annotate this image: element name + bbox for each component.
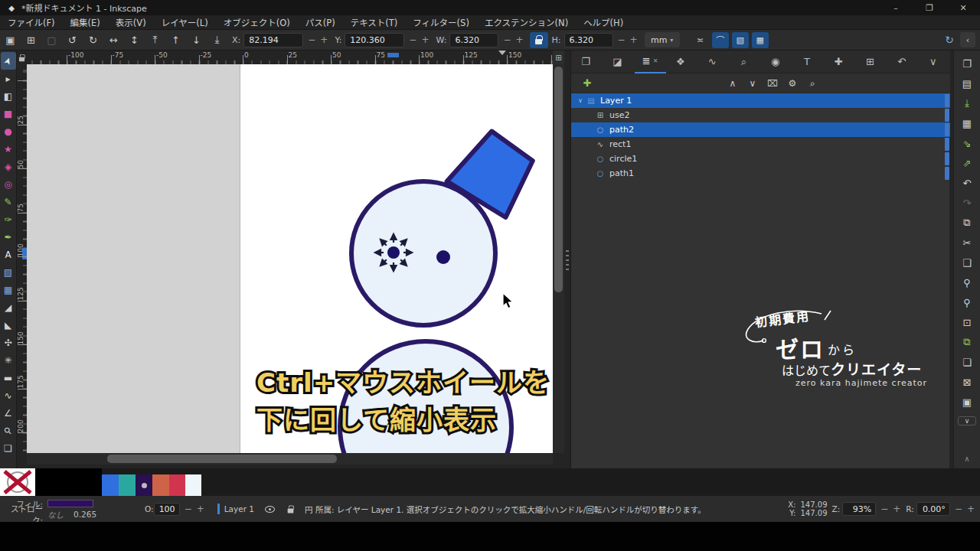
- layer-settings-button[interactable]: ⚙: [782, 75, 802, 92]
- close-icon[interactable]: ✕: [653, 57, 658, 64]
- tab-fill-stroke[interactable]: ◪: [603, 51, 634, 73]
- menu-item[interactable]: ファイル(F): [0, 15, 63, 29]
- spiral-tool[interactable]: ◎: [1, 175, 16, 193]
- layer-row-rect1[interactable]: ∿ rect1: [571, 137, 950, 152]
- shape-builder-tool[interactable]: ◧: [1, 87, 16, 105]
- layer-search-button[interactable]: ⌕: [802, 75, 822, 92]
- swatch-none[interactable]: [0, 468, 35, 496]
- horizontal-ruler[interactable]: -100-75-50-250255075100125150: [27, 51, 553, 64]
- cut-button[interactable]: ✂: [958, 233, 976, 253]
- unlink-clone-button[interactable]: ⊠: [958, 372, 976, 392]
- x-increment[interactable]: +: [318, 34, 330, 45]
- rotate-cw-button[interactable]: ↻: [83, 31, 103, 49]
- redo-button[interactable]: ↷: [958, 193, 976, 213]
- duplicate-button[interactable]: ⧉: [958, 332, 976, 352]
- swatch-orange[interactable]: [152, 474, 169, 496]
- opacity-decrement[interactable]: −: [182, 504, 194, 514]
- pages-tool[interactable]: ❏: [1, 439, 16, 457]
- width-input[interactable]: 6.320: [449, 33, 498, 47]
- spray-tool[interactable]: ✳: [1, 351, 16, 369]
- vertical-scrollbar[interactable]: [553, 64, 564, 453]
- zoom-increment[interactable]: +: [890, 504, 903, 514]
- print-button[interactable]: ▦: [958, 113, 976, 133]
- tab-extensions[interactable]: ✚: [824, 51, 855, 73]
- create-clone-button[interactable]: ❏: [958, 352, 976, 372]
- ellipse-tool[interactable]: ●: [1, 122, 16, 140]
- swatch-black-1[interactable]: [35, 468, 67, 496]
- gradient-tool[interactable]: ▧: [1, 263, 16, 281]
- layer-highlight-tag[interactable]: [945, 152, 949, 165]
- scale-corners-toggle[interactable]: ⌒: [712, 32, 729, 48]
- y-increment[interactable]: +: [419, 34, 431, 45]
- reset-values-button[interactable]: ↻: [945, 34, 954, 46]
- menu-item[interactable]: ヘルプ(H): [576, 15, 631, 29]
- flip-horizontal-button[interactable]: ↔: [103, 31, 124, 49]
- undo-button[interactable]: ↶: [958, 173, 976, 193]
- layer-lock-toggle[interactable]: [288, 508, 294, 513]
- export-button[interactable]: ⇗: [958, 153, 976, 173]
- save-document-button[interactable]: ⤓: [958, 93, 976, 113]
- expand-chevron-icon[interactable]: ∨: [576, 97, 585, 104]
- height-decrement[interactable]: −: [616, 34, 628, 45]
- layer-highlight-tag[interactable]: [945, 138, 949, 151]
- layer-row-path1[interactable]: ○ path1: [571, 166, 950, 181]
- selector-tool[interactable]: ➤: [1, 52, 16, 70]
- rectangle-tool[interactable]: ■: [1, 105, 16, 122]
- opacity-increment[interactable]: +: [194, 504, 207, 514]
- text-tool[interactable]: A: [1, 246, 16, 263]
- menu-item[interactable]: フィルター(S): [405, 15, 477, 29]
- layer-delete-button[interactable]: ⌧: [763, 75, 782, 92]
- tweak-tool[interactable]: ✣: [1, 334, 16, 351]
- menu-item[interactable]: エクステンション(N): [477, 15, 576, 29]
- calligraphy-tool[interactable]: ✒: [1, 228, 16, 246]
- scrollbar-thumb[interactable]: [554, 67, 563, 292]
- fill-color-swatch[interactable]: [47, 500, 93, 507]
- tab-align[interactable]: ⊞: [855, 51, 887, 73]
- dropper-tool[interactable]: ◢: [1, 298, 16, 316]
- zoom-page-button[interactable]: ⊡: [958, 312, 976, 332]
- import-button[interactable]: ⇘: [958, 133, 976, 153]
- canvas[interactable]: Ctrl+マウスホイールを下に回して縮小表示: [27, 64, 553, 453]
- snowman-left-eye[interactable]: [387, 246, 400, 259]
- copy-button[interactable]: ⧉: [958, 213, 976, 233]
- menu-item[interactable]: テキスト(T): [343, 15, 406, 29]
- swatch-black-2[interactable]: [67, 468, 102, 496]
- layer-visibility-toggle[interactable]: [265, 506, 275, 513]
- zoom-selection-button[interactable]: ⚲: [958, 272, 976, 292]
- swatch-teal[interactable]: [119, 474, 136, 496]
- group-button[interactable]: ▣: [958, 392, 976, 412]
- width-increment[interactable]: +: [513, 34, 525, 45]
- swatch-blue[interactable]: [102, 474, 119, 496]
- layer-row-use2[interactable]: ⊞ use2: [571, 108, 950, 122]
- layer-row-layer1[interactable]: ∨ ▤ Layer 1: [571, 93, 950, 108]
- dock-splitter[interactable]: [564, 64, 570, 465]
- scrollbar-thumb[interactable]: [107, 455, 337, 463]
- tab-export[interactable]: ◉: [761, 51, 792, 73]
- rotation-increment[interactable]: +: [965, 504, 977, 514]
- swatch-pale-blue[interactable]: [185, 474, 201, 496]
- snowman-head[interactable]: [351, 181, 495, 325]
- tab-objects-layers[interactable]: ≣ ✕: [635, 51, 666, 73]
- scroll-up-button[interactable]: ∧: [964, 455, 969, 463]
- new-document-button[interactable]: ❐: [958, 54, 976, 73]
- lock-ratio-button[interactable]: [530, 32, 548, 48]
- paste-button[interactable]: ❑: [958, 253, 976, 272]
- layer-row-path2[interactable]: ○ path2: [571, 122, 950, 137]
- unit-dropdown[interactable]: mm ▾: [645, 32, 680, 47]
- measure-tool[interactable]: ∠: [1, 404, 16, 422]
- add-layer-button[interactable]: ✚: [577, 75, 597, 92]
- more-commands-button[interactable]: ∨: [958, 416, 976, 425]
- eraser-tool[interactable]: ▬: [1, 369, 16, 386]
- height-input[interactable]: 6.320: [564, 33, 613, 47]
- menu-item[interactable]: 表示(V): [108, 15, 154, 29]
- raise-button[interactable]: ↑: [165, 31, 186, 49]
- mesh-tool[interactable]: ▦: [1, 281, 16, 298]
- select-all-button[interactable]: ▣: [0, 31, 21, 49]
- menu-item[interactable]: パス(P): [298, 15, 343, 29]
- zoom-drawing-button[interactable]: ⚲: [958, 292, 976, 312]
- open-document-button[interactable]: ▤: [958, 73, 976, 93]
- x-decrement[interactable]: −: [305, 34, 318, 45]
- raise-to-top-button[interactable]: ⤒: [145, 31, 165, 49]
- zoom-decrement[interactable]: −: [878, 504, 890, 514]
- menu-item[interactable]: 編集(E): [63, 15, 108, 29]
